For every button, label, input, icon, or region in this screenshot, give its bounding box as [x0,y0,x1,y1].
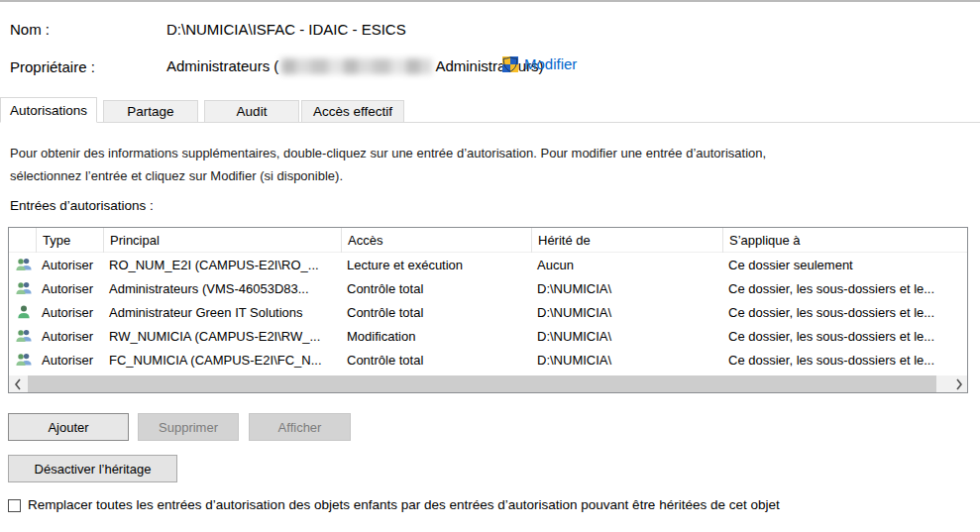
replace-child-permissions-checkbox[interactable] [8,499,21,512]
permission-entries-list: Type Principal Accès Hérité de S’appliqu… [8,227,968,393]
cell-applies-to: Ce dossier, les sous-dossiers et le... [722,353,967,368]
change-owner-link[interactable]: Modifier [524,55,577,72]
cell-type: Autoriser [36,353,103,368]
cell-inherited-from: Aucun [531,258,722,272]
cell-applies-to: Ce dossier seulement [722,258,967,272]
entries-list-label: Entrées d’autorisations : [10,198,154,213]
cell-applies-to: Ce dossier, les sous-dossiers et le... [722,329,967,344]
users-group-icon [9,257,36,272]
cell-principal: Administrateur Green IT Solutions [103,305,341,320]
list-header: Type Principal Accès Hérité de S’appliqu… [9,228,967,253]
name-value: D:\NUMICIA\ISFAC - IDAIC - ESICS [166,21,406,38]
cell-applies-to: Ce dossier, les sous-dossiers et le... [722,281,967,296]
cell-principal: RW_NUMICIA (CAMPUS-E2I\RW_... [103,329,341,344]
tab-audit[interactable]: Audit [204,100,299,123]
view-button[interactable]: Afficher [249,413,351,441]
name-label: Nom : [10,21,50,38]
instructions-text: Pour obtenir des informations supplément… [10,142,766,187]
cell-access: Lecture et exécution [341,258,531,272]
owner-value: Administrateurs ( Administrateurs) [166,57,544,74]
tab-acces-effectif[interactable]: Accès effectif [301,100,404,123]
remove-button[interactable]: Supprimer [138,413,239,441]
instructions-line-1: Pour obtenir des informations supplément… [10,142,766,164]
cell-access: Contrôle total [341,281,531,296]
horizontal-scrollbar[interactable] [9,375,967,392]
cell-type: Autoriser [36,258,103,272]
table-row[interactable]: Autoriser RO_NUM_E2I (CAMPUS-E2I\RO_... … [9,253,967,276]
cell-access: Modification [341,329,531,344]
table-row[interactable]: Autoriser RW_NUMICIA (CAMPUS-E2I\RW_... … [9,324,967,348]
cell-principal: FC_NUMICIA (CAMPUS-E2I\FC_N... [103,353,341,368]
cell-principal: Administrateurs (VMS-46053D83... [103,281,341,296]
instructions-line-2: sélectionnez l’entrée et cliquez sur Mod… [10,164,766,187]
column-header-principal[interactable]: Principal [103,228,341,253]
cell-inherited-from: D:\NUMICIA\ [531,353,722,368]
column-header-type[interactable]: Type [36,228,103,253]
tab-strip: Autorisations Partage Audit Accès effect… [0,96,980,123]
cell-type: Autoriser [36,281,103,296]
cell-access: Contrôle total [341,353,531,368]
tab-partage[interactable]: Partage [103,100,198,123]
owner-value-prefix: Administrateurs ( [166,57,278,74]
add-button[interactable]: Ajouter [8,413,129,441]
cell-type: Autoriser [36,329,103,344]
scroll-right-arrow-icon[interactable] [950,375,967,392]
column-header-applies-to[interactable]: S’applique à [722,228,967,253]
top-divider [0,0,980,2]
redacted-owner-text [281,58,432,74]
cell-principal: RO_NUM_E2I (CAMPUS-E2I\RO_... [103,258,341,272]
column-header-icon[interactable] [9,228,36,253]
tab-autorisations[interactable]: Autorisations [0,97,97,123]
uac-shield-icon [502,56,518,72]
users-group-icon [9,352,36,368]
cell-inherited-from: D:\NUMICIA\ [531,305,722,320]
scrollbar-thumb[interactable] [28,375,936,392]
users-group-icon [9,328,36,344]
table-row[interactable]: Autoriser Administrateur Green IT Soluti… [9,300,967,324]
user-icon [9,304,36,320]
cell-inherited-from: D:\NUMICIA\ [531,281,722,296]
column-header-access[interactable]: Accès [341,228,531,253]
disable-inheritance-button[interactable]: Désactiver l’héritage [8,455,177,482]
table-row[interactable]: Autoriser Administrateurs (VMS-46053D83.… [9,276,967,300]
advanced-security-settings-panel: Nom : D:\NUMICIA\ISFAC - IDAIC - ESICS P… [0,0,980,532]
cell-inherited-from: D:\NUMICIA\ [531,329,722,344]
users-group-icon [9,280,36,296]
scroll-left-arrow-icon[interactable] [9,375,26,392]
replace-child-permissions-label[interactable]: Remplacer toutes les entrées d’autorisat… [28,497,780,512]
owner-label: Propriétaire : [10,58,95,75]
cell-type: Autoriser [36,305,103,320]
table-row[interactable]: Autoriser FC_NUMICIA (CAMPUS-E2I\FC_N...… [9,348,967,372]
cell-applies-to: Ce dossier, les sous-dossiers et le... [722,305,967,320]
column-header-inherited-from[interactable]: Hérité de [531,228,722,253]
cell-access: Contrôle total [341,305,531,320]
